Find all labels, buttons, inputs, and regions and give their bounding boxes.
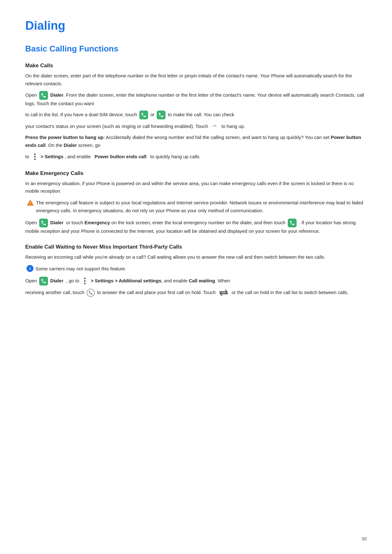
page-title: Dialing	[25, 19, 367, 33]
make-calls-para2: Open Dialer. From the dialer screen, ent…	[25, 91, 367, 108]
dialer-app-icon-2	[39, 219, 48, 227]
make-calls-para3: to call in the list. If you have a dual-…	[25, 111, 367, 119]
menu-icon-2	[81, 277, 88, 286]
call-waiting-info-text: Some carriers may not support this featu…	[35, 265, 367, 273]
dialer-app-icon-3	[39, 277, 48, 286]
menu-icon	[32, 153, 39, 161]
emergency-warning-block: The emergency call feature is subject to…	[25, 199, 367, 215]
call-waiting-para1: Receiving an incoming call while you're …	[25, 253, 367, 261]
make-calls-para1: On the dialer screen, enter part of the …	[25, 72, 367, 88]
power-button-settings-para: to > Settings, and enable Power button e…	[25, 153, 367, 161]
call-waiting-para3: receiving another call, touch to answer …	[25, 289, 367, 297]
warning-icon	[27, 199, 34, 207]
emergency-para1: In an emergency situation, if your Phone…	[25, 180, 367, 196]
emergency-warning-text: The emergency call feature is subject to…	[36, 199, 367, 215]
subsection-call-waiting: Enable Call Waiting to Never Miss Import…	[25, 244, 367, 250]
info-icon: i	[27, 265, 33, 272]
subsection-emergency-calls: Make Emergency Calls	[25, 170, 367, 177]
switch-call-icon	[218, 289, 229, 296]
call-waiting-info-block: i Some carriers may not support this fea…	[25, 265, 367, 273]
emergency-para2: Open Dialer or touch Emergency on the lo…	[25, 219, 367, 235]
answer-call-icon	[87, 289, 95, 297]
dialer-app-icon	[39, 91, 48, 100]
power-button-para: Press the power button to hang up: Accid…	[25, 134, 367, 149]
section-title-basic-calling: Basic Calling Functions	[25, 44, 367, 54]
sim1-call-icon	[139, 111, 148, 119]
subsection-make-calls: Make Calls	[25, 63, 367, 69]
make-calls-para4: your contact's status on your screen (su…	[25, 123, 367, 130]
page-number: 36	[361, 536, 367, 541]
hangup-icon	[210, 124, 219, 129]
emergency-call-icon	[288, 219, 297, 227]
call-waiting-para2: Open Dialer , go to > Settings > Additio…	[25, 277, 367, 286]
sim2-call-icon	[157, 111, 166, 119]
